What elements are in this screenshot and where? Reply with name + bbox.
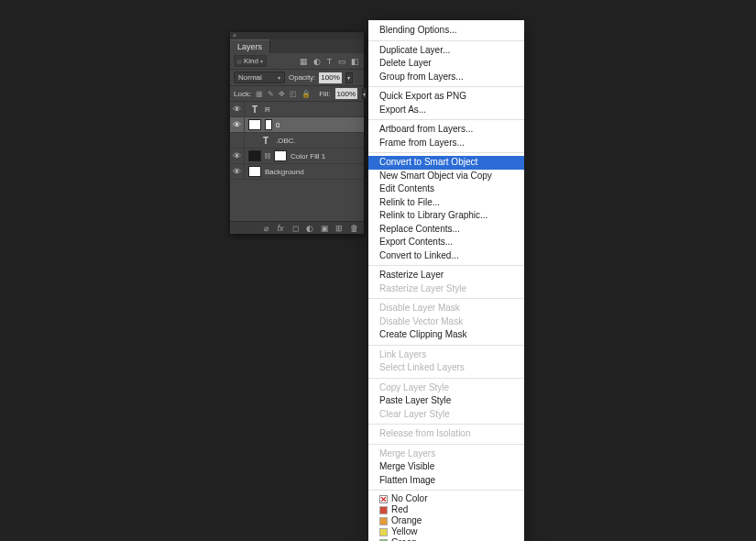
menu-item[interactable]: Paste Layer Style [368,394,524,408]
menu-item[interactable]: Export As... [368,104,524,117]
color-swatch [379,506,388,514]
layer-visibility-icon[interactable] [230,133,245,148]
panel-tab-layers[interactable]: Layers [230,39,270,53]
menu-item[interactable]: Blending Options... [368,24,524,38]
menu-item[interactable]: Flatten Image [368,474,524,488]
filter-smart-icon[interactable]: ◧ [350,56,360,66]
layer-link-icon: ⛓ [265,150,270,161]
opacity-label: Opacity: [289,73,315,82]
lock-all-icon[interactable]: 🔒 [301,90,310,98]
opacity-value: 100% [321,73,339,82]
layer-visibility-icon[interactable]: 👁 [230,102,245,116]
menu-separator [368,119,524,120]
menu-item[interactable]: Frame from Layers... [368,137,524,150]
menu-item[interactable]: Group from Layers... [368,71,524,84]
type-layer-icon: T [248,104,261,115]
menu-color-item[interactable]: Orange [368,515,524,526]
filter-adjust-icon[interactable]: ◐ [312,56,322,66]
menu-item: Link Layers [368,348,524,362]
menu-item: Rasterize Layer Style [368,282,524,296]
menu-color-label: No Color [391,493,427,504]
menu-color-item[interactable]: Yellow [368,526,524,537]
fill-field[interactable]: 100% [335,88,357,99]
menu-item[interactable]: New Smart Object via Copy [368,170,524,183]
lock-move-icon[interactable]: ✥ [279,90,285,98]
menu-item[interactable]: Duplicate Layer... [368,44,524,58]
color-swatch [379,528,388,536]
lock-pixels-icon[interactable]: ▦ [256,90,263,98]
layer-row[interactable]: 👁⛓Color Fill 1 [230,149,364,164]
no-color-swatch [379,495,388,503]
blend-opacity-row: Normal ▾ Opacity: 100% ▾ [230,70,364,86]
layer-row[interactable]: 👁TR [230,102,364,117]
menu-color-label: Red [391,504,408,515]
opacity-field[interactable]: 100% [319,72,341,83]
panel-bottom-bar: ⌀ fx ◻ ◐ ▣ ⊞ 🗑 [230,221,364,234]
group-icon[interactable]: ▣ [320,224,329,233]
menu-item[interactable]: Merge Visible [368,460,524,474]
layer-row[interactable]: 👁0 [230,117,364,133]
menu-separator [368,490,524,491]
adjustment-layer-icon[interactable]: ◐ [305,224,314,233]
opacity-stepper[interactable]: ▾ [345,72,353,83]
menu-color-item[interactable]: No Color [368,493,524,504]
layer-visibility-icon[interactable]: 👁 [230,149,245,163]
color-swatch [379,517,388,525]
type-layer-icon: T [259,135,272,146]
panel-tab-label: Layers [237,42,262,51]
menu-item[interactable]: Artboard from Layers... [368,123,524,137]
layer-visibility-icon[interactable]: 👁 [230,164,245,179]
menu-item[interactable]: Delete Layer [368,57,524,71]
trash-icon[interactable]: 🗑 [349,224,358,233]
layer-name: Background [265,168,304,176]
menu-item[interactable]: Create Clipping Mask [368,328,524,342]
layers-panel: × Layers ⌕ Kind ▾ ▦ ◐ T ▭ ◧ Normal ▾ [230,32,364,234]
menu-color-item[interactable]: Green [368,537,524,541]
layer-mask-thumbnail [274,150,287,161]
filter-shape-icon[interactable]: ▭ [337,56,347,66]
layer-context-menu: Blending Options...Duplicate Layer...Del… [368,20,524,541]
lock-brush-icon[interactable]: ✎ [268,90,274,98]
menu-item: Merge Layers [368,447,524,461]
menu-item[interactable]: Replace Contents... [368,223,524,237]
menu-item[interactable]: Rasterize Layer [368,269,524,282]
chevron-down-icon: ▾ [278,74,280,81]
layer-row[interactable]: 👁Background [230,164,364,180]
fill-layer-thumbnail [248,150,261,161]
panel-close-icon[interactable]: × [233,33,236,39]
filter-kind-label: Kind [244,57,258,65]
layer-thumbnail [248,166,261,177]
menu-item[interactable]: Edit Contents [368,182,524,196]
fill-label: Fill: [319,90,330,98]
mask-icon[interactable]: ◻ [290,224,300,233]
menu-color-item[interactable]: Red [368,504,524,515]
search-icon: ⌕ [237,57,242,65]
lock-fill-row: Lock: ▦ ✎ ✥ ◰ 🔒 Fill: 100% ▾ [230,86,364,102]
layer-name: Color Fill 1 [290,152,325,160]
lock-artboard-icon[interactable]: ◰ [290,90,297,98]
fx-icon[interactable]: fx [276,224,285,233]
menu-item: Disable Vector Mask [368,315,524,329]
menu-item[interactable]: Convert to Smart Object [368,156,524,170]
fill-stepper[interactable]: ▾ [362,88,367,99]
filter-kind-dropdown[interactable]: ⌕ Kind ▾ [234,55,267,67]
menu-item[interactable]: Relink to File... [368,196,524,210]
filter-type-icon[interactable]: T [324,56,334,66]
lock-label: Lock: [234,90,251,98]
layer-list: 👁TR👁0T.OBC.👁⛓Color Fill 1👁Background [230,102,364,180]
layer-row[interactable]: T.OBC. [230,133,364,149]
new-layer-icon[interactable]: ⊞ [334,224,344,233]
menu-item[interactable]: Export Contents... [368,236,524,249]
link-layers-icon[interactable]: ⌀ [261,224,270,233]
menu-separator [368,378,524,379]
layer-name: .OBC. [276,137,296,145]
menu-item[interactable]: Relink to Library Graphic... [368,209,524,223]
filter-image-icon[interactable]: ▦ [299,56,309,66]
menu-item[interactable]: Convert to Linked... [368,249,524,263]
menu-item[interactable]: Quick Export as PNG [368,90,524,104]
blend-mode-dropdown[interactable]: Normal ▾ [234,72,285,83]
layer-visibility-icon[interactable]: 👁 [230,117,245,132]
layer-thumbnail [248,119,261,130]
menu-item: Clear Layer Style [368,408,524,422]
menu-separator [368,424,524,425]
